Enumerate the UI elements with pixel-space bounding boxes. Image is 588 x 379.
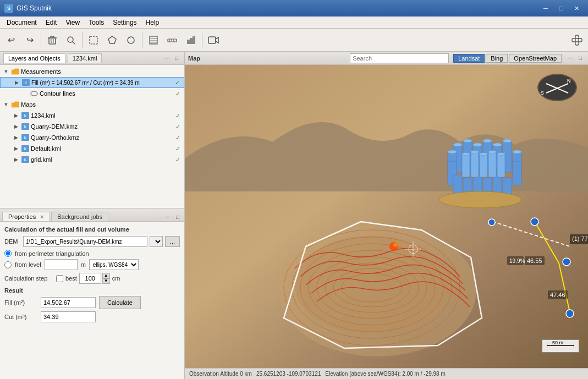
hatch-icon — [149, 35, 158, 45]
select-button[interactable] — [85, 31, 102, 49]
undo-button[interactable]: ↩ — [2, 31, 20, 49]
maximize-panel-button[interactable]: □ — [172, 54, 181, 63]
tree-item-default[interactable]: ▶ K Default.kml ✓ — [0, 143, 184, 154]
contour-icon — [30, 89, 39, 98]
menu-help[interactable]: Help — [141, 18, 164, 28]
tree-item-grid[interactable]: ▶ K grid.kml ✓ — [0, 154, 184, 165]
circle-button[interactable] — [122, 31, 140, 49]
svg-point-81 — [448, 150, 457, 153]
kml1234-check[interactable]: ✓ — [173, 111, 182, 120]
svg-line-6 — [73, 42, 75, 44]
calculate-button[interactable]: Calculate — [99, 296, 141, 309]
redo-button[interactable]: ↪ — [21, 31, 39, 49]
level-value-input[interactable] — [45, 259, 78, 270]
menu-view[interactable]: View — [61, 18, 84, 28]
svg-point-45 — [488, 219, 495, 226]
tree-item-contour[interactable]: ▶ Contour lines ✓ — [0, 88, 184, 99]
map-minimize-btn[interactable]: ─ — [566, 54, 575, 63]
step-label: Calculation step — [4, 275, 54, 282]
tree-item-dem[interactable]: ▶ K Quarry-DEM.kmz ✓ — [0, 121, 184, 132]
step-value-input[interactable] — [79, 273, 101, 284]
tab-bing[interactable]: Bing — [486, 54, 508, 63]
expand-measurements[interactable]: ▼ — [2, 68, 10, 75]
volume-button[interactable] — [182, 31, 200, 49]
ortho-label: Quarry-Ortho.kmz — [31, 134, 79, 141]
map-maximize-btn[interactable]: □ — [576, 54, 585, 63]
menu-tools[interactable]: Tools — [84, 18, 108, 28]
trash-icon — [47, 35, 57, 45]
polygon-button[interactable] — [103, 31, 121, 49]
measure-button[interactable] — [163, 31, 181, 49]
dem-path-input[interactable] — [23, 236, 147, 247]
measurements-label: Measurements — [21, 68, 61, 75]
background-jobs-tab[interactable]: Background jobs — [51, 212, 108, 221]
kml1234-label: 1234.kml — [31, 112, 56, 119]
kml-tab[interactable]: 1234.kml — [68, 53, 102, 63]
properties-tab[interactable]: Properties ✕ — [2, 212, 50, 221]
polygon-icon — [107, 35, 117, 45]
spinner-down-btn[interactable]: ▼ — [102, 278, 110, 284]
expand-default[interactable]: ▶ — [12, 145, 20, 152]
ortho-check[interactable]: ✓ — [173, 133, 182, 142]
svg-rect-2 — [51, 36, 54, 38]
fill-check[interactable]: ✓ — [173, 78, 182, 87]
expand-ortho[interactable]: ▶ — [12, 134, 20, 141]
menu-edit[interactable]: Edit — [41, 18, 62, 28]
svg-rect-73 — [488, 152, 496, 177]
search-icon — [67, 36, 75, 45]
cut-result-input[interactable] — [41, 311, 96, 322]
minimize-panel-button[interactable]: ─ — [162, 54, 171, 63]
radio-level[interactable] — [4, 261, 12, 268]
tree-item-measurements[interactable]: ▼ Measurements — [0, 66, 184, 77]
tab-landsat[interactable]: Landsat — [453, 54, 485, 63]
svg-marker-27 — [12, 102, 19, 107]
layers-tree[interactable]: ▼ Measurements ▶ K Fill (m²) = 14,502.67… — [0, 65, 184, 208]
cut-result-row: Cut (m³) — [4, 311, 180, 322]
dem-check[interactable]: ✓ — [173, 122, 182, 131]
radio-perimeter[interactable] — [4, 250, 12, 257]
step-best-checkbox[interactable] — [56, 275, 63, 282]
tree-item-fill[interactable]: ▶ K Fill (m²) = 14,502.67 m² / Cut (m²) … — [0, 77, 184, 88]
properties-tab-close[interactable]: ✕ — [40, 214, 44, 220]
settings-icon-button[interactable] — [568, 31, 586, 49]
expand-fill[interactable]: ▶ — [13, 79, 20, 86]
step-row: Calculation step best ▲ ▼ cm — [4, 273, 180, 284]
expand-grid[interactable]: ▶ — [12, 156, 20, 163]
map-canvas[interactable]: (1) 77.53 m 19.9% 46.55 47.46 — [185, 65, 588, 368]
tree-item-ortho[interactable]: ▶ K Quarry-Ortho.kmz ✓ — [0, 132, 184, 143]
fill-label: Fill (m²) = 14,502.67 m² / Cut (m²) = 34… — [31, 80, 140, 86]
svg-marker-25 — [12, 69, 19, 74]
maximize-button[interactable]: □ — [554, 3, 568, 14]
level-unit-select[interactable]: ellips. WGS84 — [89, 259, 139, 270]
close-button[interactable]: ✕ — [569, 3, 584, 14]
dem-browse-btn[interactable]: ... — [165, 236, 180, 247]
props-minimize-btn[interactable]: ─ — [163, 212, 172, 221]
search-button[interactable] — [62, 31, 80, 49]
fill-result-input[interactable] — [41, 297, 96, 308]
tree-item-maps[interactable]: ▼ Maps — [0, 99, 184, 110]
delete-button[interactable] — [43, 31, 61, 49]
props-maximize-btn[interactable]: □ — [173, 212, 182, 221]
left-panel: Layers and Objects 1234.kml ─ □ ▼ Measur… — [0, 52, 185, 379]
layers-tab[interactable]: Layers and Objects — [3, 53, 65, 63]
hatch-button[interactable] — [145, 31, 162, 49]
circle-icon — [126, 35, 136, 45]
expand-dem[interactable]: ▶ — [12, 123, 20, 130]
grid-check[interactable]: ✓ — [173, 155, 182, 164]
svg-rect-7 — [90, 36, 97, 44]
minimize-button[interactable]: ─ — [538, 3, 553, 14]
menu-document[interactable]: Document — [2, 18, 41, 28]
expand-1234[interactable]: ▶ — [12, 112, 20, 119]
default-check[interactable]: ✓ — [173, 144, 182, 153]
spinner-up-btn[interactable]: ▲ — [102, 273, 110, 278]
svg-marker-8 — [108, 36, 116, 43]
compass-svg: N S — [537, 74, 577, 101]
map-search-input[interactable] — [350, 53, 449, 63]
expand-maps[interactable]: ▼ — [2, 101, 10, 108]
contour-check[interactable]: ✓ — [173, 89, 182, 98]
menu-settings[interactable]: Settings — [108, 18, 141, 28]
video-button[interactable] — [205, 31, 222, 49]
dem-dropdown[interactable]: ▼ — [150, 236, 163, 247]
tab-openstreetmap[interactable]: OpenStreetMap — [509, 54, 562, 63]
tree-item-1234kml[interactable]: ▶ K 1234.kml ✓ — [0, 110, 184, 121]
